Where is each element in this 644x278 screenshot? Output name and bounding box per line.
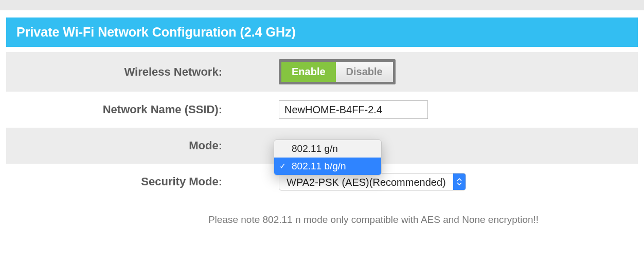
mode-option-gn-label: 802.11 g/n — [292, 143, 338, 154]
label-ssid: Network Name (SSID): — [6, 103, 232, 116]
compatibility-note: Please note 802.11 n mode only compatibl… — [6, 214, 638, 225]
label-wireless-network: Wireless Network: — [6, 65, 232, 79]
row-mode: Mode: 802.11 g/n ✓ 802.11 b/g/n — [6, 128, 638, 164]
mode-option-gn[interactable]: 802.11 g/n — [274, 140, 381, 158]
enable-button[interactable]: Enable — [281, 62, 336, 82]
mode-option-bgn-label: 802.11 b/g/n — [292, 161, 346, 171]
top-bar — [0, 0, 644, 10]
config-panel: Private Wi-Fi Network Configuration (2.4… — [0, 18, 644, 236]
mode-option-bgn[interactable]: ✓ 802.11 b/g/n — [274, 158, 381, 175]
disable-button[interactable]: Disable — [336, 62, 393, 82]
panel-header: Private Wi-Fi Network Configuration (2.4… — [6, 18, 638, 47]
label-mode: Mode: — [6, 139, 232, 152]
row-ssid: Network Name (SSID): — [6, 92, 638, 128]
label-security-mode: Security Mode: — [6, 175, 232, 188]
chevron-updown-icon — [453, 173, 466, 190]
row-wireless-network: Wireless Network: Enable Disable — [6, 52, 638, 92]
mode-dropdown[interactable]: 802.11 g/n ✓ 802.11 b/g/n — [274, 140, 382, 176]
panel-title: Private Wi-Fi Network Configuration (2.4… — [16, 25, 296, 39]
check-icon: ✓ — [279, 161, 286, 171]
security-mode-select[interactable]: WPA2-PSK (AES)(Recommended) — [279, 173, 466, 190]
wireless-toggle-group: Enable Disable — [279, 59, 396, 84]
security-mode-value: WPA2-PSK (AES)(Recommended) — [279, 173, 453, 190]
ssid-input[interactable] — [279, 100, 428, 119]
